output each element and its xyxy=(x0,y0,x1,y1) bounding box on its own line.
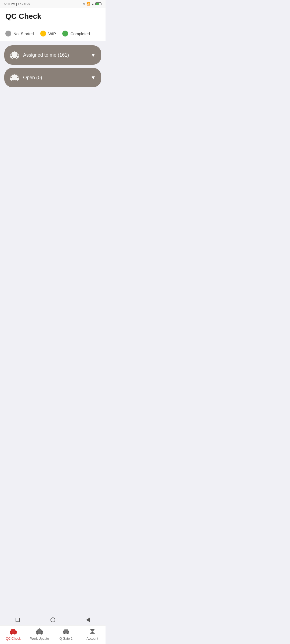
main-content: Assigned to me (161) ▼ xyxy=(0,41,106,241)
signal-icon: ▲ xyxy=(91,2,94,6)
chevron-down-icon-assigned: ▼ xyxy=(90,52,96,58)
dot-wip xyxy=(40,31,46,36)
legend-completed-label: Completed xyxy=(70,31,90,36)
chevron-down-icon-open: ▼ xyxy=(90,75,96,81)
status-icons: ❄ 📶 ▲ xyxy=(83,2,101,6)
svg-rect-11 xyxy=(14,74,15,75)
wifi-icon: 📶 xyxy=(86,2,90,6)
legend-completed: Completed xyxy=(62,31,90,36)
svg-point-1 xyxy=(12,57,13,58)
legend-wip: WIP xyxy=(40,31,56,36)
legend-wip-label: WIP xyxy=(48,31,56,36)
header: QC Check xyxy=(0,8,106,26)
dot-completed xyxy=(62,31,68,36)
status-time-network: 5:30 PM | 17.7KB/s xyxy=(4,2,30,6)
svg-point-8 xyxy=(16,79,17,81)
svg-point-7 xyxy=(12,79,13,81)
assigned-to-me-button[interactable]: Assigned to me (161) ▼ xyxy=(4,45,101,65)
bluetooth-icon: ❄ xyxy=(83,2,85,6)
legend-not-started-label: Not Started xyxy=(13,31,34,36)
battery-indicator xyxy=(95,2,101,5)
assigned-label: Assigned to me (161) xyxy=(23,52,69,58)
open-label: Open (0) xyxy=(23,75,42,80)
legend-not-started: Not Started xyxy=(5,31,34,36)
status-bar: 5:30 PM | 17.7KB/s ❄ 📶 ▲ xyxy=(0,0,106,8)
dot-not-started xyxy=(5,31,11,36)
svg-rect-5 xyxy=(14,51,15,52)
car-icon-open xyxy=(10,73,19,82)
car-icon-assigned xyxy=(10,50,19,60)
legend-row: Not Started WIP Completed xyxy=(0,26,106,41)
page-title: QC Check xyxy=(5,12,100,21)
svg-point-2 xyxy=(16,57,17,58)
open-button[interactable]: Open (0) ▼ xyxy=(4,68,101,87)
content-area: Assigned to me (161) ▼ xyxy=(0,41,106,241)
